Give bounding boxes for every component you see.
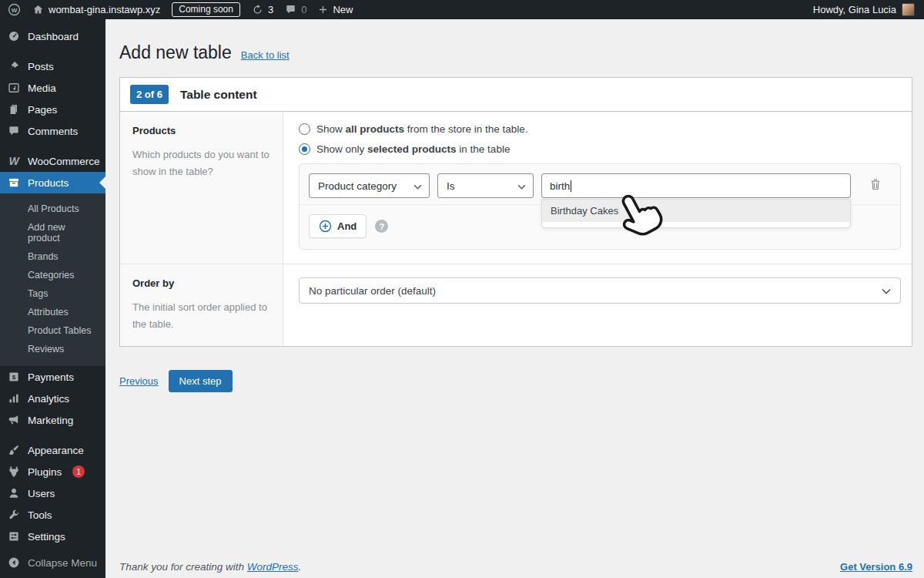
updates-menu-item[interactable]: 3: [252, 4, 273, 15]
media-icon: [7, 82, 21, 94]
sidebar-item-posts[interactable]: Posts: [0, 55, 105, 77]
admin-bar: W wombat-gina.instawp.xyz Coming soon 3 …: [0, 0, 924, 19]
category-search-input[interactable]: birth: [541, 173, 851, 198]
admin-footer: Thank you for creating with WordPress. G…: [119, 561, 912, 573]
coming-soon-badge[interactable]: Coming soon: [172, 2, 240, 17]
settings-icon: [7, 530, 21, 543]
woocommerce-icon: W: [7, 155, 21, 167]
products-submenu: All Products Add new product Brands Cate…: [0, 193, 105, 366]
sidebar-label: Products: [28, 177, 69, 189]
sidebar-item-analytics[interactable]: Analytics: [0, 388, 105, 409]
sidebar-label: Pages: [28, 104, 57, 116]
product-filter-box: Product category Is birth: [299, 163, 901, 250]
sidebar-item-products[interactable]: Products: [0, 172, 105, 193]
submenu-item-all-products[interactable]: All Products: [0, 200, 105, 218]
sidebar-label: Tools: [28, 509, 52, 521]
trash-icon: [869, 178, 882, 191]
sidebar-label: Media: [28, 82, 56, 94]
wordpress-link[interactable]: WordPress: [247, 561, 299, 573]
payments-icon: $: [7, 371, 21, 383]
main-content: Add new table Back to list 2 of 6 Table …: [105, 19, 924, 578]
filter-operator-value: Is: [447, 180, 455, 192]
sidebar-item-payments[interactable]: $ Payments: [0, 366, 105, 388]
home-icon: [32, 4, 44, 15]
site-menu-item[interactable]: wombat-gina.instawp.xyz: [32, 4, 160, 15]
radio-all-label: Show all products from the store in the …: [316, 123, 528, 135]
sidebar-item-settings[interactable]: Settings: [0, 526, 105, 547]
footer-thanks: Thank you for creating with WordPress.: [119, 561, 301, 573]
svg-text:W: W: [12, 7, 18, 14]
order-by-select[interactable]: No particular order (default): [299, 277, 901, 304]
sidebar-item-tools[interactable]: Tools: [0, 504, 105, 526]
filter-field-select[interactable]: Product category: [309, 173, 430, 198]
updates-count: 3: [268, 4, 273, 15]
new-label: New: [333, 4, 353, 15]
sidebar-label: Appearance: [28, 445, 84, 456]
suggestion-birthday-cakes[interactable]: Birthday Cakes: [542, 200, 850, 222]
submenu-item-attributes[interactable]: Attributes: [0, 303, 105, 321]
paintbrush-icon: [7, 444, 21, 456]
order-by-description: The initial sort order applied to the ta…: [132, 299, 270, 333]
plugins-update-badge: 1: [72, 465, 85, 478]
radio-circle[interactable]: [299, 123, 310, 135]
sidebar-label: Plugins: [28, 466, 62, 478]
admin-sidebar: Dashboard Posts Media Pages Comments W W…: [0, 19, 105, 578]
collapse-arrow-icon: [7, 556, 21, 569]
next-step-button[interactable]: Next step: [169, 370, 233, 392]
sidebar-label: Dashboard: [28, 31, 79, 42]
add-and-condition-button[interactable]: And: [309, 214, 367, 238]
collapse-menu-button[interactable]: Collapse Menu: [0, 552, 105, 573]
products-icon: [7, 176, 21, 189]
search-input-value: birth: [550, 180, 570, 192]
order-by-label: Order by: [132, 277, 270, 289]
sidebar-label: Analytics: [28, 393, 69, 405]
avatar[interactable]: [902, 3, 915, 16]
sidebar-item-media[interactable]: Media: [0, 77, 105, 99]
sidebar-label: Marketing: [28, 415, 73, 426]
submenu-item-brands[interactable]: Brands: [0, 247, 105, 266]
products-row-description: Which products do you want to show in th…: [132, 146, 270, 180]
help-icon[interactable]: ?: [375, 220, 388, 233]
radio-all-products[interactable]: Show all products from the store in the …: [299, 123, 901, 135]
sidebar-label: Settings: [28, 531, 65, 543]
submenu-item-tags[interactable]: Tags: [0, 284, 105, 303]
new-menu-item[interactable]: New: [318, 4, 353, 15]
order-by-row: Order by The initial sort order applied …: [120, 264, 912, 346]
howdy-text[interactable]: Howdy, Gina Lucia: [813, 4, 896, 15]
sidebar-item-woocommerce[interactable]: W WooCommerce: [0, 150, 105, 172]
submenu-item-categories[interactable]: Categories: [0, 266, 105, 284]
sidebar-item-appearance[interactable]: Appearance: [0, 439, 105, 461]
delete-condition-button[interactable]: [866, 176, 885, 195]
sidebar-item-comments[interactable]: Comments: [0, 120, 105, 142]
filter-operator-select[interactable]: Is: [437, 173, 534, 198]
sidebar-item-plugins[interactable]: Plugins 1: [0, 461, 105, 482]
wordpress-logo-icon[interactable]: W: [8, 3, 21, 16]
step-badge: 2 of 6: [130, 85, 169, 104]
radio-circle-checked[interactable]: [299, 143, 310, 155]
sidebar-item-pages[interactable]: Pages: [0, 99, 105, 120]
sidebar-label: Collapse Menu: [28, 557, 97, 569]
comments-menu-item[interactable]: 0: [285, 4, 306, 15]
sidebar-item-users[interactable]: Users: [0, 482, 105, 504]
get-version-link[interactable]: Get Version 6.9: [840, 561, 912, 573]
step-title: Table content: [180, 88, 257, 102]
comments-count: 0: [301, 4, 306, 15]
sidebar-item-dashboard[interactable]: Dashboard: [0, 25, 105, 47]
page-title: Add new table: [119, 42, 232, 63]
dashboard-icon: [7, 30, 21, 42]
submenu-item-add-new-product[interactable]: Add new product: [0, 218, 105, 247]
sidebar-label: WooCommerce: [28, 156, 100, 167]
chevron-down-icon: [517, 180, 526, 192]
submenu-item-reviews[interactable]: Reviews: [0, 340, 105, 358]
back-to-list-link[interactable]: Back to list: [241, 49, 290, 61]
updates-icon: [252, 4, 263, 15]
sidebar-item-marketing[interactable]: Marketing: [0, 409, 105, 431]
products-row: Products Which products do you want to s…: [120, 112, 912, 264]
submenu-item-product-tables[interactable]: Product Tables: [0, 321, 105, 340]
radio-selected-products[interactable]: Show only selected products in the table: [299, 143, 901, 155]
sidebar-label: Payments: [28, 371, 74, 383]
sidebar-label: Posts: [28, 61, 54, 72]
previous-link[interactable]: Previous: [119, 375, 159, 387]
products-row-label: Products: [132, 125, 270, 136]
pushpin-icon: [7, 60, 21, 72]
